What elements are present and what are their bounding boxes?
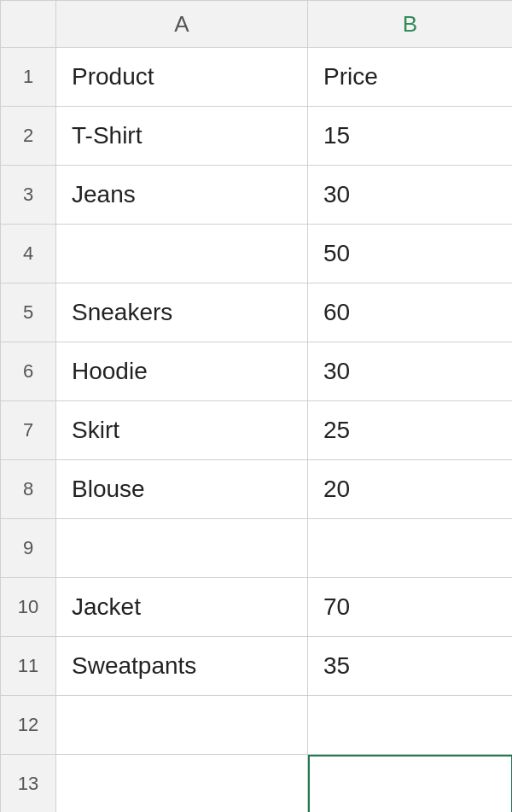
cell-b3[interactable]: 30 <box>308 166 512 225</box>
row-10[interactable]: 10Jacket70 <box>1 578 512 637</box>
row-num-4: 4 <box>1 225 56 283</box>
row-4[interactable]: 450 <box>1 225 512 283</box>
cell-b6[interactable]: 30 <box>308 342 512 401</box>
row-12[interactable]: 12 <box>1 696 512 755</box>
cell-b8[interactable]: 20 <box>308 460 512 519</box>
cell-a7[interactable]: Skirt <box>56 401 308 460</box>
cell-a8[interactable]: Blouse <box>56 460 308 519</box>
row-5[interactable]: 5Sneakers60 <box>1 283 512 342</box>
rows-container: 1ProductPrice2T-Shirt153Jeans304505Sneak… <box>1 48 512 812</box>
cell-b13[interactable] <box>308 755 512 812</box>
spreadsheet: A B 1ProductPrice2T-Shirt153Jeans304505S… <box>0 0 512 812</box>
cell-a11[interactable]: Sweatpants <box>56 637 308 696</box>
row-11[interactable]: 11Sweatpants35 <box>1 637 512 696</box>
cell-a2[interactable]: T-Shirt <box>56 107 308 166</box>
row-num-6: 6 <box>1 342 56 401</box>
row-num-5: 5 <box>1 283 56 342</box>
row-num-13: 13 <box>1 755 56 812</box>
cell-b2[interactable]: 15 <box>308 107 512 166</box>
row-num-7: 7 <box>1 401 56 460</box>
cell-b4[interactable]: 50 <box>308 225 512 283</box>
cell-b12[interactable] <box>308 696 512 755</box>
row-num-9: 9 <box>1 519 56 578</box>
row-8[interactable]: 8Blouse20 <box>1 460 512 519</box>
row-6[interactable]: 6Hoodie30 <box>1 342 512 401</box>
cell-b9[interactable] <box>308 519 512 578</box>
row-3[interactable]: 3Jeans30 <box>1 166 512 225</box>
row-13[interactable]: 13 <box>1 755 512 812</box>
cell-a4[interactable] <box>56 225 308 283</box>
cell-b7[interactable]: 25 <box>308 401 512 460</box>
cell-b1[interactable]: Price <box>308 48 512 107</box>
col-header-b[interactable]: B <box>308 1 512 48</box>
row-num-12: 12 <box>1 696 56 755</box>
row-2[interactable]: 2T-Shirt15 <box>1 107 512 166</box>
row-num-1: 1 <box>1 48 56 107</box>
cell-b5[interactable]: 60 <box>308 283 512 342</box>
column-headers: A B <box>1 1 512 48</box>
cell-b11[interactable]: 35 <box>308 637 512 696</box>
corner-cell <box>1 1 56 48</box>
col-header-a[interactable]: A <box>56 1 308 48</box>
cell-a1[interactable]: Product <box>56 48 308 107</box>
cell-a13[interactable] <box>56 755 308 812</box>
cell-a12[interactable] <box>56 696 308 755</box>
cell-b10[interactable]: 70 <box>308 578 512 637</box>
row-7[interactable]: 7Skirt25 <box>1 401 512 460</box>
row-1[interactable]: 1ProductPrice <box>1 48 512 107</box>
cell-a3[interactable]: Jeans <box>56 166 308 225</box>
cell-a6[interactable]: Hoodie <box>56 342 308 401</box>
row-9[interactable]: 9 <box>1 519 512 578</box>
row-num-10: 10 <box>1 578 56 637</box>
cell-a5[interactable]: Sneakers <box>56 283 308 342</box>
row-num-2: 2 <box>1 107 56 166</box>
row-num-11: 11 <box>1 637 56 696</box>
cell-a10[interactable]: Jacket <box>56 578 308 637</box>
row-num-8: 8 <box>1 460 56 519</box>
row-num-3: 3 <box>1 166 56 225</box>
cell-a9[interactable] <box>56 519 308 578</box>
